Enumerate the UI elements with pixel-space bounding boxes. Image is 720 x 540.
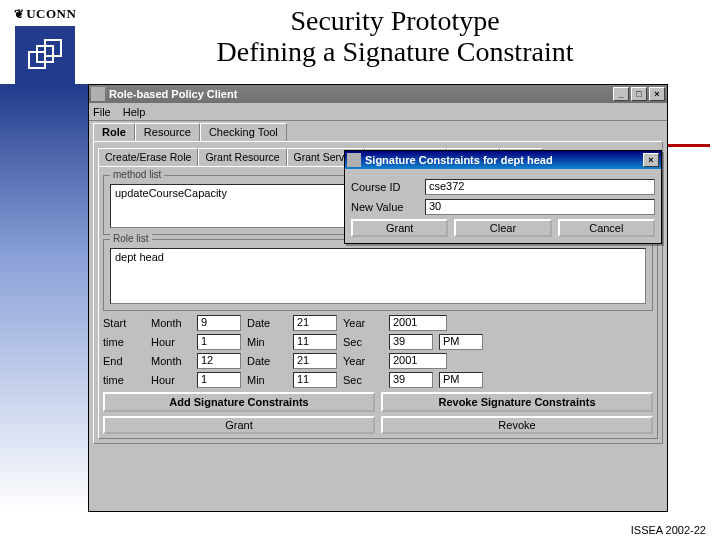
start-date-row: Start Month 9 Date 21 Year 2001 — [103, 315, 653, 331]
dialog-titlebar: Signature Constraints for dept head × — [345, 151, 661, 169]
signature-dialog: Signature Constraints for dept head × Co… — [344, 150, 662, 244]
list-item[interactable]: dept head — [115, 251, 641, 263]
dialog-close-button[interactable]: × — [643, 153, 659, 167]
month-label: Month — [151, 355, 191, 367]
minimize-button[interactable]: _ — [613, 87, 629, 101]
titlebar: Role-based Policy Client _ □ × — [89, 85, 667, 103]
month-label: Month — [151, 317, 191, 329]
time-label: time — [103, 336, 145, 348]
brand-text: UCONN — [26, 6, 76, 22]
sec-label: Sec — [343, 336, 383, 348]
role-list-group: Role list dept head — [103, 239, 653, 311]
end-hour-field[interactable]: 1 — [197, 372, 241, 388]
oak-leaf-icon: ❦ — [14, 7, 25, 22]
menu-help[interactable]: Help — [123, 106, 146, 118]
course-id-row: Course ID cse372 — [351, 179, 655, 195]
cascading-windows-icon — [25, 36, 65, 76]
min-label: Min — [247, 374, 287, 386]
dialog-clear-button[interactable]: Clear — [454, 219, 551, 237]
course-id-field[interactable]: cse372 — [425, 179, 655, 195]
sig-buttons: Add Signature Constraints Revoke Signatu… — [103, 392, 653, 412]
method-list-legend: method list — [110, 169, 164, 180]
hour-label: Hour — [151, 336, 191, 348]
dialog-grant-button[interactable]: Grant — [351, 219, 448, 237]
revoke-button[interactable]: Revoke — [381, 416, 653, 434]
window-title: Role-based Policy Client — [109, 88, 237, 100]
start-year-field[interactable]: 2001 — [389, 315, 447, 331]
course-id-label: Course ID — [351, 181, 419, 193]
main-tabs: Role Resource Checking Tool — [89, 121, 667, 141]
end-min-field[interactable]: 11 — [293, 372, 337, 388]
revoke-signature-button[interactable]: Revoke Signature Constraints — [381, 392, 653, 412]
new-value-field[interactable]: 30 — [425, 199, 655, 215]
date-label: Date — [247, 355, 287, 367]
new-value-row: New Value 30 — [351, 199, 655, 215]
end-month-field[interactable]: 12 — [197, 353, 241, 369]
start-sec-field[interactable]: 39 — [389, 334, 433, 350]
end-sec-field[interactable]: 39 — [389, 372, 433, 388]
start-label: Start — [103, 317, 145, 329]
start-min-field[interactable]: 11 — [293, 334, 337, 350]
start-month-field[interactable]: 9 — [197, 315, 241, 331]
menubar: File Help — [89, 103, 667, 121]
title-column: Security Prototype Defining a Signature … — [80, 6, 710, 68]
dialog-body: Course ID cse372 New Value 30 Grant Clea… — [345, 169, 661, 243]
role-list[interactable]: dept head — [110, 248, 646, 304]
add-signature-button[interactable]: Add Signature Constraints — [103, 392, 375, 412]
subtab-grant-resource[interactable]: Grant Resource — [198, 148, 286, 166]
tab-role[interactable]: Role — [93, 123, 135, 141]
start-date-field[interactable]: 21 — [293, 315, 337, 331]
side-gradient — [0, 84, 88, 512]
end-date-row: End Month 12 Date 21 Year 2001 — [103, 353, 653, 369]
hour-label: Hour — [151, 374, 191, 386]
dialog-cancel-button[interactable]: Cancel — [558, 219, 655, 237]
maximize-button[interactable]: □ — [631, 87, 647, 101]
slide-footer: ISSEA 2002-22 — [631, 524, 706, 536]
end-year-field[interactable]: 2001 — [389, 353, 447, 369]
min-label: Min — [247, 336, 287, 348]
end-ampm-field[interactable]: PM — [439, 372, 483, 388]
end-label: End — [103, 355, 145, 367]
dialog-title: Signature Constraints for dept head — [365, 154, 553, 166]
grant-buttons: Grant Revoke — [103, 416, 653, 434]
app-window: Role-based Policy Client _ □ × File Help… — [88, 84, 668, 512]
close-button[interactable]: × — [649, 87, 665, 101]
sec-label: Sec — [343, 374, 383, 386]
dialog-icon — [347, 153, 361, 167]
dialog-buttons: Grant Clear Cancel — [351, 219, 655, 237]
subtab-create[interactable]: Create/Erase Role — [98, 148, 198, 166]
end-date-field[interactable]: 21 — [293, 353, 337, 369]
start-ampm-field[interactable]: PM — [439, 334, 483, 350]
slide-title: Security Prototype Defining a Signature … — [80, 6, 710, 68]
role-list-legend: Role list — [110, 233, 152, 244]
tab-resource[interactable]: Resource — [135, 123, 200, 141]
uconn-wordmark: ❦ UCONN — [14, 6, 77, 22]
start-hour-field[interactable]: 1 — [197, 334, 241, 350]
start-time-row: time Hour 1 Min 11 Sec 39 PM — [103, 334, 653, 350]
end-time-row: time Hour 1 Min 11 Sec 39 PM — [103, 372, 653, 388]
tab-checking[interactable]: Checking Tool — [200, 123, 287, 141]
year-label: Year — [343, 355, 383, 367]
new-value-label: New Value — [351, 201, 419, 213]
dept-logo — [15, 26, 75, 86]
year-label: Year — [343, 317, 383, 329]
menu-file[interactable]: File — [93, 106, 111, 118]
grant-button[interactable]: Grant — [103, 416, 375, 434]
date-label: Date — [247, 317, 287, 329]
app-icon — [91, 87, 105, 101]
time-label: time — [103, 374, 145, 386]
